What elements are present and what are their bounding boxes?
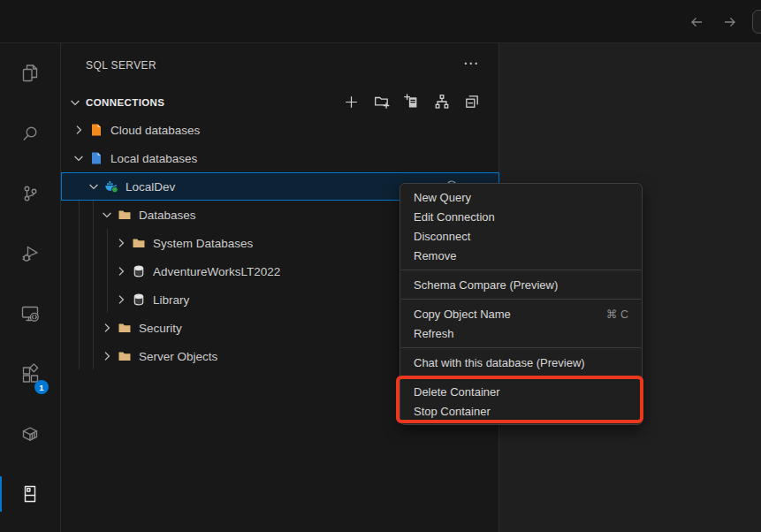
chevron-down-icon — [68, 95, 82, 110]
menu-item-schema-compare[interactable]: Schema Compare (Preview) — [403, 275, 639, 294]
docker-container-icon — [104, 179, 119, 194]
menu-item-remove[interactable]: Remove — [403, 246, 639, 265]
menu-item-shortcut: ⌘ C — [606, 308, 628, 321]
chevron-right-icon — [113, 293, 129, 307]
activity-item-containers[interactable] — [0, 404, 60, 464]
arrow-left-icon — [688, 13, 705, 31]
navigate-forward-button[interactable] — [719, 11, 742, 34]
menu-item-label: Edit Connection — [414, 210, 495, 224]
search-icon — [19, 123, 41, 144]
tree-item-label: Local databases — [110, 152, 197, 165]
collapse-all-icon — [464, 94, 480, 110]
menu-item-label: Copy Object Name — [414, 308, 511, 321]
chevron-right-icon — [99, 349, 115, 363]
menu-item-label: Remove — [414, 249, 456, 262]
chevron-right-icon — [113, 236, 129, 250]
folder-icon — [118, 208, 133, 222]
activity-item-remote-explorer[interactable] — [0, 284, 60, 344]
vscode-window: 1 SQL SERVER ⋯ CONNECTIONS — [0, 0, 761, 532]
sql-server-icon — [19, 483, 41, 505]
activity-item-search[interactable] — [0, 103, 60, 163]
chevron-down-icon — [86, 179, 102, 194]
connections-section-label: CONNECTIONS — [86, 97, 164, 108]
folder-icon — [118, 349, 133, 363]
menu-item-label: Refresh — [414, 327, 454, 340]
new-connection-group-button[interactable] — [372, 91, 391, 112]
menu-item-stop-container[interactable]: Stop Container — [403, 401, 639, 421]
tree-item-local-databases[interactable]: Local databases — [61, 144, 499, 172]
activity-item-extensions[interactable]: 1 — [0, 344, 60, 404]
more-actions-icon[interactable]: ⋯ — [459, 54, 483, 75]
arrow-right-icon — [721, 13, 739, 31]
menu-separator — [401, 347, 641, 348]
tree-item-label: Cloud databases — [110, 124, 200, 137]
connect-object-explorer-button[interactable] — [432, 91, 451, 112]
chevron-down-icon — [71, 151, 87, 165]
activity-item-explorer[interactable] — [0, 43, 60, 103]
tree-item-label: LocalDev — [126, 180, 175, 194]
menu-item-refresh[interactable]: Refresh — [403, 323, 639, 343]
new-folder-icon — [374, 94, 390, 110]
plus-icon — [344, 95, 359, 110]
menu-item-label: Schema Compare (Preview) — [414, 278, 558, 292]
menu-separator — [401, 270, 641, 270]
new-server-icon — [404, 94, 420, 110]
menu-item-edit-connection[interactable]: Edit Connection — [403, 207, 639, 226]
container-icon — [19, 423, 41, 445]
debug-icon — [19, 243, 41, 264]
activity-item-source-control[interactable] — [0, 163, 60, 224]
menu-item-delete-container[interactable]: Delete Container — [403, 382, 639, 401]
tree-item-label: Databases — [139, 209, 196, 222]
activity-item-run-debug[interactable] — [0, 224, 60, 284]
explorer-icon — [19, 63, 41, 84]
menu-item-label: New Query — [414, 191, 471, 204]
deploy-local-container-button[interactable] — [402, 91, 421, 112]
menu-separator — [401, 376, 641, 377]
panel-title: SQL SERVER — [86, 59, 156, 72]
chevron-right-icon — [113, 264, 129, 278]
chevron-right-icon — [71, 123, 87, 137]
title-bar — [0, 0, 761, 43]
extensions-badge: 1 — [34, 380, 49, 394]
tree-item-label: Library — [153, 293, 189, 307]
tree-item-label: Security — [139, 322, 182, 335]
menu-item-label: Chat with this database (Preview) — [414, 356, 585, 369]
folder-icon — [132, 236, 147, 250]
activity-item-sql-server[interactable] — [0, 464, 60, 524]
chevron-down-icon — [99, 208, 115, 222]
navigate-back-button[interactable] — [685, 11, 708, 34]
remote-explorer-icon — [19, 303, 41, 324]
collapse-all-button[interactable] — [462, 91, 481, 112]
connection-group-blue-icon — [89, 151, 104, 165]
source-control-icon — [19, 183, 41, 204]
tree-item-label: System Databases — [153, 237, 253, 250]
menu-item-label: Disconnect — [414, 230, 470, 243]
menu-item-disconnect[interactable]: Disconnect — [403, 226, 639, 246]
menu-item-new-query[interactable]: New Query — [403, 187, 639, 207]
activity-bar: 1 — [0, 43, 61, 532]
tree-item-label: AdventureWorksLT2022 — [153, 265, 280, 278]
sitemap-icon — [434, 94, 450, 110]
command-center-search[interactable] — [752, 10, 761, 34]
folder-icon — [118, 321, 133, 335]
menu-item-label: Stop Container — [414, 405, 491, 418]
menu-item-label: Delete Container — [414, 385, 500, 399]
connections-section-header[interactable]: CONNECTIONS — [61, 89, 498, 116]
add-connection-button[interactable] — [342, 91, 361, 112]
tree-item-cloud-databases[interactable]: Cloud databases — [61, 116, 499, 144]
menu-item-copy-object-name[interactable]: Copy Object Name ⌘ C — [403, 304, 639, 323]
chevron-right-icon — [99, 321, 115, 335]
context-menu: New Query Edit Connection Disconnect Rem… — [400, 183, 643, 425]
menu-item-chat-database[interactable]: Chat with this database (Preview) — [403, 353, 639, 372]
menu-separator — [401, 299, 641, 300]
tree-item-label: Server Objects — [139, 350, 217, 363]
database-icon — [132, 264, 147, 278]
database-icon — [132, 293, 147, 307]
connection-group-orange-icon — [89, 123, 104, 137]
